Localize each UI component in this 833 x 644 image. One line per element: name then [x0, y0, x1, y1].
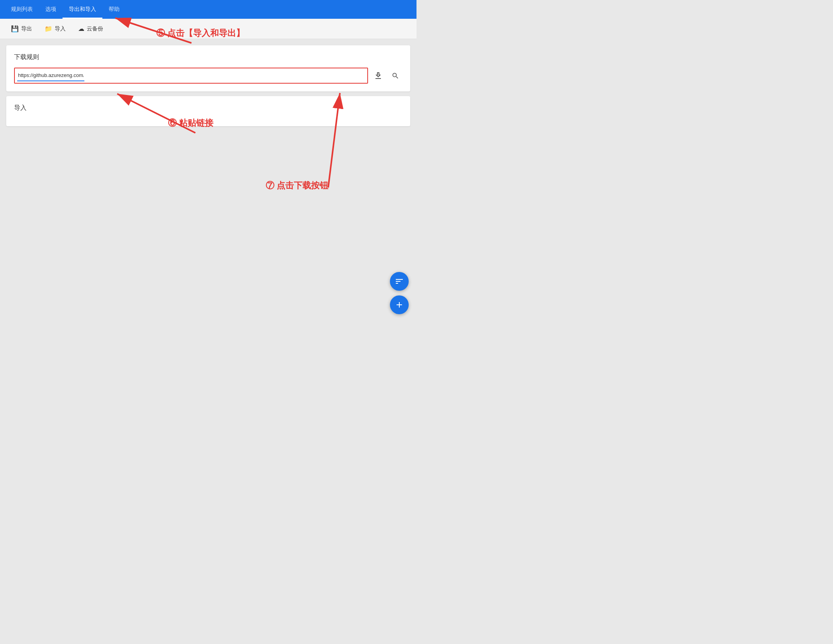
import-label: 导入	[55, 25, 66, 32]
annotation-step6: ⑥ 粘贴链接	[168, 117, 213, 129]
cloud-backup-label: 云备份	[87, 25, 103, 32]
nav-label-options: 选项	[45, 6, 56, 13]
export-label: 导出	[21, 25, 32, 32]
annotation-step7: ⑦ 点击下载按钮	[266, 180, 328, 191]
sort-fab[interactable]	[390, 272, 409, 291]
download-rules-card: 下载规则	[6, 45, 410, 91]
download-button[interactable]	[371, 69, 385, 83]
nav-label-rules: 规则列表	[11, 6, 33, 13]
export-button[interactable]: 💾 导出	[6, 22, 37, 36]
nav-item-rules[interactable]: 规则列表	[5, 0, 39, 19]
url-input-wrapper	[14, 68, 368, 84]
export-icon: 💾	[11, 25, 19, 32]
annotation-step5: ⑤ 点击【导入和导出】	[156, 27, 245, 39]
fab-container	[390, 272, 409, 314]
nav-bar: 规则列表 选项 导出和导入 帮助	[0, 0, 417, 19]
nav-item-options[interactable]: 选项	[39, 0, 63, 19]
cloud-backup-button[interactable]: ☁ 云备份	[73, 22, 108, 36]
url-input[interactable]	[17, 70, 84, 81]
import-button[interactable]: 📁 导入	[40, 22, 70, 36]
download-rules-title: 下载规则	[14, 53, 402, 61]
import-icon: 📁	[45, 25, 52, 32]
add-fab[interactable]	[390, 295, 409, 314]
search-button[interactable]	[388, 69, 402, 83]
nav-item-help[interactable]: 帮助	[102, 0, 126, 19]
import-title: 导入	[14, 104, 402, 112]
cloud-icon: ☁	[78, 25, 84, 32]
nav-item-import-export[interactable]: 导出和导入	[63, 0, 102, 19]
url-input-row	[14, 68, 402, 84]
nav-label-import-export: 导出和导入	[69, 6, 96, 13]
nav-label-help: 帮助	[109, 6, 120, 13]
